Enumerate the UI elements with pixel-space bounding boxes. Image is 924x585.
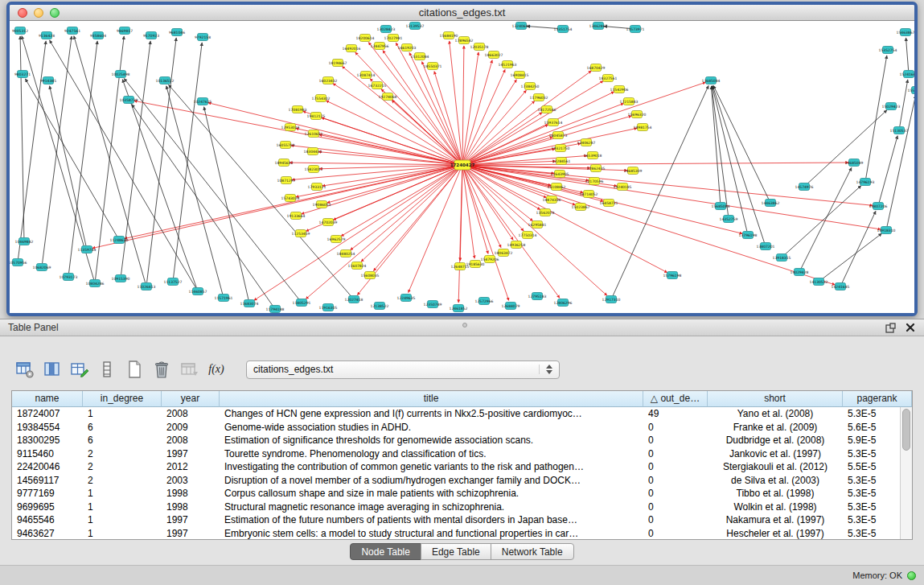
graph-edge[interactable]	[464, 169, 501, 248]
graph-node[interactable]: 14130532	[810, 278, 828, 286]
graph-node[interactable]: 11796032	[530, 94, 548, 101]
graph-node[interactable]: 15023867	[572, 204, 590, 211]
graph-edge[interactable]	[374, 168, 460, 271]
graph-node[interactable]: 13573971	[626, 26, 645, 33]
graph-edge[interactable]	[822, 233, 881, 279]
splitter-grip[interactable]	[462, 323, 467, 328]
graph-node[interactable]: 13139537	[406, 23, 425, 30]
graph-node[interactable]: 13807201	[757, 243, 775, 250]
graph-node[interactable]: 14918310	[877, 227, 896, 234]
graph-node[interactable]: 18550371	[424, 63, 442, 70]
graph-edge[interactable]	[713, 85, 769, 199]
graph-node[interactable]: 14352759	[720, 216, 738, 223]
graph-node[interactable]: 9681046	[169, 29, 185, 36]
window-titlebar[interactable]: citations_edges.txt	[10, 5, 914, 21]
graph-node[interactable]: 16908415	[511, 72, 529, 79]
graph-node[interactable]: 10804286	[86, 280, 105, 287]
graph-node[interactable]: 9914385	[40, 77, 56, 84]
graph-node[interactable]: 11683074	[240, 300, 259, 307]
graph-edge[interactable]	[327, 166, 459, 203]
table-row[interactable]: 946362711997Embryonic stem cells: a mode…	[12, 527, 912, 540]
graph-node[interactable]: 15796198	[663, 272, 682, 279]
graph-node[interactable]: 15574971	[908, 87, 914, 94]
graph-node[interactable]: 10871297	[277, 177, 296, 184]
edit-table-icon[interactable]	[69, 359, 90, 380]
table-scrollbar[interactable]	[900, 407, 912, 539]
graph-edge[interactable]	[132, 105, 273, 306]
graph-node[interactable]: 9136428	[39, 32, 55, 39]
float-panel-icon[interactable]	[885, 323, 896, 333]
graph-node[interactable]: 9792158	[195, 34, 211, 41]
graph-edge[interactable]	[368, 43, 460, 162]
column-header[interactable]: △ out_de…	[643, 391, 708, 407]
graph-edge[interactable]	[208, 103, 458, 164]
graph-node[interactable]: 15463867	[897, 29, 914, 36]
graph-node[interactable]: 10793173	[60, 274, 78, 281]
graph-node[interactable]: 19274068	[379, 93, 397, 101]
tab-node-table[interactable]: Node Table	[350, 543, 421, 560]
graph-node[interactable]: 15696320	[628, 111, 647, 118]
graph-node[interactable]: 15312084	[411, 53, 429, 60]
graph-node[interactable]: 18194667	[329, 60, 347, 67]
graph-edge[interactable]	[204, 107, 248, 299]
graph-node[interactable]: 18304425	[304, 148, 322, 155]
graph-node[interactable]: 12795183	[528, 293, 547, 300]
tab-network-table[interactable]: Network Table	[491, 543, 574, 560]
graph-node[interactable]: 16539018	[584, 152, 602, 159]
graph-node[interactable]: 17554302	[312, 95, 331, 102]
graph-node[interactable]: 11542906	[610, 86, 629, 93]
graph-node[interactable]: 18874336	[543, 196, 561, 204]
graph-node[interactable]: 15029423	[882, 103, 901, 110]
graph-node[interactable]: 15108462	[548, 183, 566, 191]
graph-edge[interactable]	[342, 66, 459, 162]
graph-node[interactable]: 16962579	[327, 236, 346, 243]
graph-edge[interactable]	[465, 168, 560, 298]
graph-edge[interactable]	[318, 152, 458, 165]
graph-node[interactable]: 10469842	[15, 238, 34, 245]
graph-edge[interactable]	[422, 62, 462, 162]
graph-node[interactable]: 10570956	[10, 259, 27, 266]
graph-node[interactable]: 14521963	[499, 61, 517, 68]
graph-edge[interactable]	[26, 79, 117, 237]
graph-edge[interactable]	[462, 46, 464, 161]
graph-node[interactable]: 18981754	[634, 124, 652, 131]
graph-node[interactable]: 13406287	[577, 139, 596, 146]
graph-edge[interactable]	[466, 167, 607, 295]
graph-node[interactable]: 12806296	[554, 299, 573, 307]
graph-edge[interactable]	[466, 82, 706, 163]
graph-node[interactable]: 13087414	[357, 72, 376, 79]
graph-node[interactable]: 9005312	[12, 27, 28, 35]
column-header[interactable]: name	[12, 391, 83, 407]
graph-edge[interactable]	[466, 113, 542, 163]
graph-node[interactable]: 11137527	[164, 278, 183, 286]
graph-node[interactable]: 13240640	[512, 23, 531, 30]
graph-edge[interactable]	[20, 36, 24, 237]
graph-edge[interactable]	[887, 96, 914, 226]
graph-node[interactable]: 9469817	[117, 27, 133, 35]
graph-node[interactable]: 17384250	[521, 83, 540, 90]
close-window-button[interactable]	[18, 8, 27, 18]
graph-node[interactable]: 12684079	[502, 303, 520, 310]
graph-node[interactable]: 14685089	[845, 159, 864, 167]
graph-node[interactable]: 10247625	[194, 98, 212, 105]
graph-node[interactable]: 12027418	[345, 296, 363, 303]
graph-edge[interactable]	[466, 167, 836, 285]
graph-node[interactable]: 14685309	[624, 167, 643, 175]
network-canvas[interactable]: 1724042718194667160234321755430219412175…	[10, 21, 914, 313]
graph-node[interactable]: 17933121	[308, 183, 326, 191]
graph-node[interactable]: 19321750	[552, 145, 570, 152]
graph-edge[interactable]	[866, 56, 887, 178]
column-header[interactable]: title	[220, 391, 643, 407]
table-row[interactable]: 2242004622012Investigating the contribut…	[12, 460, 912, 474]
column-header[interactable]: short	[708, 391, 843, 407]
graph-node[interactable]: 18480254	[337, 250, 355, 257]
graph-edge[interactable]	[466, 167, 533, 221]
graph-node[interactable]: 11026413	[138, 283, 156, 290]
graph-edge[interactable]	[341, 167, 459, 237]
graph-edge[interactable]	[466, 166, 881, 229]
graph-node[interactable]: 11460857	[189, 288, 207, 295]
tab-edge-table[interactable]: Edge Table	[421, 543, 491, 560]
graph-node[interactable]: 10915390	[112, 275, 130, 282]
table-panel-header[interactable]: Table Panel	[0, 319, 924, 336]
table-row[interactable]: 1938455462009Genome-wide association stu…	[12, 421, 912, 435]
